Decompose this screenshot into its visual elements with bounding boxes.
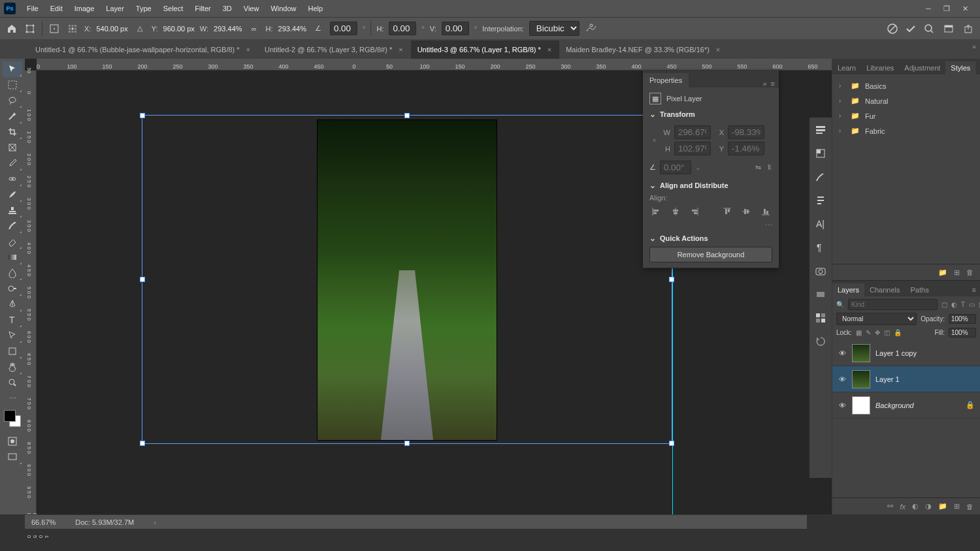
frame-tool[interactable]: [3, 140, 22, 155]
ruler-horizontal[interactable]: 5010015020025030035040045005010015020025…: [37, 59, 832, 71]
heal-tool[interactable]: [3, 171, 22, 187]
tab-channels[interactable]: Channels: [864, 283, 905, 296]
transform-handle[interactable]: [140, 277, 145, 282]
zoom-tool[interactable]: [3, 375, 22, 390]
refpoint-grid-icon[interactable]: [66, 22, 79, 35]
dodge-tool[interactable]: [3, 281, 22, 296]
color-panel-icon[interactable]: [813, 146, 828, 161]
panel-menu-icon[interactable]: ≡: [968, 283, 980, 296]
dropdown-icon[interactable]: ⌄: [695, 163, 701, 172]
transform-handle[interactable]: [669, 441, 674, 446]
layer-row[interactable]: 👁 Background 🔒: [832, 392, 980, 418]
visibility-icon[interactable]: 👁: [838, 401, 847, 409]
history-panel-icon[interactable]: [813, 334, 828, 349]
lock-transparency-icon[interactable]: ▦: [856, 329, 862, 336]
skew-v-input[interactable]: [442, 22, 469, 35]
align-left-icon[interactable]: [649, 206, 662, 217]
lock-all-icon[interactable]: 🔒: [894, 329, 902, 336]
opacity-input[interactable]: [949, 314, 976, 324]
search-icon[interactable]: [923, 22, 936, 35]
brush-tool[interactable]: [3, 187, 22, 202]
align-bottom-icon[interactable]: [759, 206, 772, 217]
menu-filter[interactable]: Filter: [189, 1, 216, 16]
eyedropper-tool[interactable]: [3, 155, 22, 171]
tab-properties[interactable]: Properties: [643, 73, 689, 87]
transform-icon[interactable]: [24, 22, 37, 35]
layer-thumbnail[interactable]: [852, 396, 870, 415]
warp-icon[interactable]: [585, 22, 598, 35]
type-tool[interactable]: T: [3, 312, 22, 328]
x-value[interactable]: 540.00 px: [96, 25, 127, 33]
tab-adjustment[interactable]: Adjustment: [899, 61, 945, 74]
camera-panel-icon[interactable]: [813, 264, 828, 278]
refpoint-icon[interactable]: [48, 22, 61, 35]
h-value[interactable]: 293.44%: [278, 25, 306, 33]
maximize-icon[interactable]: ❐: [942, 4, 951, 13]
crop-tool[interactable]: [3, 124, 22, 140]
align-hcenter-icon[interactable]: [669, 206, 682, 217]
layer-thumbnail[interactable]: [852, 344, 870, 362]
move-tool[interactable]: [3, 61, 22, 77]
adjustment-icon[interactable]: ◑: [925, 502, 932, 511]
link-wh-icon[interactable]: ⚬: [649, 136, 659, 145]
w-value[interactable]: 293.44%: [214, 25, 242, 33]
transform-rot-input[interactable]: [660, 161, 691, 174]
gradients-panel-icon[interactable]: [813, 287, 828, 302]
transform-handle[interactable]: [669, 277, 674, 282]
ruler-vertical[interactable]: 5001 0 01 5 02 0 02 5 03 0 03 5 04 0 04 …: [25, 71, 37, 514]
share-icon[interactable]: [962, 22, 975, 35]
visibility-icon[interactable]: 👁: [838, 375, 847, 383]
tab-paths[interactable]: Paths: [906, 283, 934, 296]
rotation-input[interactable]: [330, 22, 357, 35]
filter-pixel-icon[interactable]: ▢: [941, 301, 947, 308]
status-arrow-icon[interactable]: ›: [154, 518, 156, 526]
history-brush-tool[interactable]: [3, 218, 22, 234]
tab-close-icon[interactable]: ×: [546, 46, 553, 54]
tab-layers[interactable]: Layers: [832, 283, 864, 296]
transform-bounding-box[interactable]: [142, 115, 672, 444]
lock-artboard-icon[interactable]: ◫: [884, 329, 890, 336]
patterns-panel-icon[interactable]: [813, 311, 828, 325]
layer-name[interactable]: Background: [875, 401, 960, 409]
filter-adjust-icon[interactable]: ◐: [951, 301, 957, 308]
menu-view[interactable]: View: [238, 1, 265, 16]
eraser-tool[interactable]: [3, 234, 22, 249]
layer-filter-input[interactable]: [848, 299, 938, 310]
collapse-panel-icon[interactable]: »: [762, 80, 766, 87]
align-right-icon[interactable]: [688, 206, 701, 217]
filter-icon[interactable]: 🔍: [836, 301, 844, 308]
lock-brush-icon[interactable]: ✎: [866, 329, 871, 336]
menu-layer[interactable]: Layer: [100, 1, 130, 16]
quick-actions-section[interactable]: Quick Actions: [649, 234, 772, 243]
panel-menu-icon[interactable]: ≡: [771, 80, 775, 87]
flip-h-icon[interactable]: ⇋: [755, 163, 761, 172]
fx-icon[interactable]: fx: [900, 503, 906, 511]
flip-v-icon[interactable]: ⥮: [766, 163, 772, 172]
visibility-icon[interactable]: 👁: [838, 349, 847, 357]
more-align-icon[interactable]: ⋯: [649, 221, 772, 230]
mask-icon[interactable]: ◐: [912, 502, 919, 511]
pen-tool[interactable]: [3, 296, 22, 312]
menu-file[interactable]: File: [21, 1, 44, 16]
blend-mode-select[interactable]: Normal: [836, 313, 917, 325]
panel-icon[interactable]: [813, 123, 828, 137]
hand-tool[interactable]: [3, 359, 22, 375]
skew-h-input[interactable]: [389, 22, 416, 35]
menu-select[interactable]: Select: [157, 1, 189, 16]
document-tab[interactable]: Untitled-2 @ 66.7% (Layer 3, RGB/8#) *×: [258, 40, 411, 59]
transform-handle[interactable]: [404, 441, 410, 446]
style-group[interactable]: ›📁Fabric: [832, 123, 980, 138]
align-top-icon[interactable]: [721, 206, 734, 217]
group-icon[interactable]: 📁: [938, 502, 947, 511]
document-tab[interactable]: Untitled-3 @ 66.7% (Layer 1, RGB/8) *×: [411, 40, 560, 59]
menu-type[interactable]: Type: [130, 1, 157, 16]
align-vcenter-icon[interactable]: [740, 206, 753, 217]
transform-w-input[interactable]: [674, 125, 711, 139]
character-panel-icon[interactable]: A|: [813, 217, 828, 231]
menu-edit[interactable]: Edit: [44, 1, 69, 16]
layer-name[interactable]: Layer 1 copy: [875, 349, 975, 357]
style-group[interactable]: ›📁Basics: [832, 78, 980, 93]
lock-position-icon[interactable]: ✥: [875, 329, 880, 336]
layer-row[interactable]: 👁 Layer 1: [832, 366, 980, 392]
style-group[interactable]: ›📁Fur: [832, 108, 980, 123]
